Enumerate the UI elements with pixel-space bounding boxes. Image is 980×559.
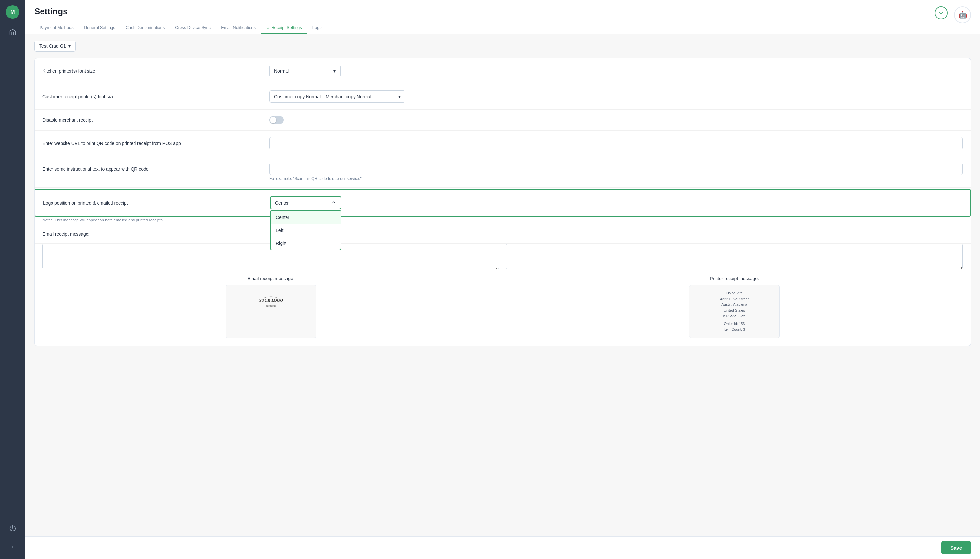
- qr-url-label: Enter website URL to print QR code on pr…: [43, 141, 263, 146]
- disable-merchant-control: [269, 116, 963, 124]
- sidebar-item-power[interactable]: [6, 521, 20, 535]
- customer-font-size-value: Customer copy Normal + Merchant copy Nor…: [274, 94, 371, 99]
- preview-labels: Email receipt message: Printer receipt m…: [35, 276, 971, 285]
- svg-text:barbecue: barbecue: [266, 304, 276, 308]
- kitchen-font-size-chevron: ▾: [333, 68, 336, 74]
- logo-position-option-left[interactable]: Left: [271, 224, 341, 237]
- printer-receipt-textarea[interactable]: [506, 243, 963, 270]
- printer-preview-box: Dolce Vita 4222 Duval Street Austin, Ala…: [689, 285, 780, 338]
- tab-logo[interactable]: Logo: [307, 22, 327, 34]
- content-area: Test Crad G1 ▾ Kitchen printer(s) font s…: [25, 34, 980, 536]
- receipt-company: Dolce Vita: [695, 291, 774, 296]
- logo-position-selected: Center: [275, 200, 289, 205]
- star-icon: ☆: [266, 25, 270, 30]
- qr-text-label: Enter some instructional text to appear …: [43, 166, 263, 172]
- printer-preview-col: Dolce Vita 4222 Duval Street Austin, Ala…: [506, 285, 963, 338]
- sidebar-item-home[interactable]: [6, 25, 20, 39]
- customer-font-size-control: Customer copy Normal + Merchant copy Nor…: [269, 91, 963, 103]
- disable-merchant-label: Disable merchant receipt: [43, 117, 263, 122]
- customer-font-size-chevron: ▾: [398, 94, 401, 99]
- qr-text-control: [269, 163, 963, 175]
- tab-cross-device-sync[interactable]: Cross Device Sync: [170, 22, 216, 34]
- sidebar-expand-button[interactable]: [6, 540, 20, 554]
- logo-position-dropdown-wrapper: Center Center Left: [270, 196, 341, 210]
- customer-font-size-row: Customer receipt printer(s) font size Cu…: [35, 84, 971, 109]
- receipt-city: Austin, Alabama: [695, 302, 774, 308]
- customer-font-size-dropdown[interactable]: Customer copy Normal + Merchant copy Nor…: [269, 91, 406, 103]
- settings-container: Kitchen printer(s) font size Normal ▾ Cu…: [35, 58, 971, 346]
- sidebar-bottom: [6, 521, 20, 554]
- customer-font-size-label: Customer receipt printer(s) font size: [43, 94, 263, 99]
- logo-position-dropdown[interactable]: Center: [270, 196, 341, 210]
- robot-icon-container: 🤖: [954, 7, 971, 23]
- kitchen-font-size-value: Normal: [274, 68, 289, 74]
- notes-text: Notes: This message will appear on both …: [35, 218, 971, 225]
- logo-position-option-right[interactable]: Right: [271, 237, 341, 250]
- qr-text-row: Enter some instructional text to appear …: [35, 156, 971, 188]
- receipt-item-count: Item Count: 3: [695, 327, 774, 333]
- store-select-container: Test Crad G1 ▾: [35, 41, 971, 51]
- printer-preview-label: Printer receipt message:: [506, 276, 963, 281]
- qr-url-input[interactable]: [269, 137, 963, 149]
- robot-icon: 🤖: [954, 7, 971, 23]
- save-bar: Save: [25, 536, 980, 559]
- receipt-address: 4222 Duval Street: [695, 296, 774, 302]
- email-preview-box: YOUR LOGO barbecue: [226, 285, 316, 338]
- store-dropdown[interactable]: Test Crad G1 ▾: [35, 41, 76, 51]
- email-preview-label: Email receipt message:: [43, 276, 499, 281]
- email-receipt-message-label: Email receipt message:: [43, 232, 263, 237]
- tab-cash-denominations[interactable]: Cash Denominations: [120, 22, 170, 34]
- receipt-phone: 512-323-2086: [695, 313, 774, 319]
- printer-textarea-col: [506, 243, 963, 271]
- kitchen-font-size-dropdown[interactable]: Normal ▾: [269, 65, 341, 77]
- qr-url-row: Enter website URL to print QR code on pr…: [35, 131, 971, 156]
- logo-position-options: Center Left Right: [270, 210, 341, 250]
- kitchen-font-size-label: Kitchen printer(s) font size: [43, 68, 263, 74]
- nav-tabs: Payment Methods General Settings Cash De…: [35, 22, 971, 34]
- store-dropdown-icon: ▾: [68, 43, 71, 49]
- kitchen-font-size-control: Normal ▾: [269, 65, 963, 77]
- tab-email-notifications[interactable]: Email Notifications: [216, 22, 261, 34]
- qr-text-input[interactable]: [269, 163, 963, 175]
- page-title: Settings: [35, 7, 971, 17]
- email-receipt-row: Email receipt message:: [35, 225, 971, 243]
- qr-text-hint: For example: "Scan this QR code to rate …: [43, 176, 362, 181]
- top-bar: Settings Payment Methods General Setting…: [25, 0, 980, 34]
- store-dropdown-label: Test Crad G1: [39, 43, 66, 49]
- disable-merchant-row: Disable merchant receipt: [35, 109, 971, 131]
- receipt-order-id: Order Id: 153: [695, 321, 774, 327]
- kitchen-font-size-row: Kitchen printer(s) font size Normal ▾: [35, 58, 971, 84]
- logo-preview-svg: YOUR LOGO barbecue: [253, 292, 289, 311]
- sidebar: M: [0, 0, 25, 559]
- avatar[interactable]: M: [6, 5, 20, 19]
- receipt-textareas: [35, 243, 971, 276]
- logo-position-control: Center Center Left: [270, 196, 962, 210]
- tab-payment-methods[interactable]: Payment Methods: [35, 22, 79, 34]
- tab-receipt-settings[interactable]: ☆ Receipt Settings: [261, 22, 307, 34]
- logo-position-chevron: [332, 200, 336, 205]
- logo-position-label: Logo position on printed & emailed recei…: [43, 200, 264, 205]
- logo-position-row: Logo position on printed & emailed recei…: [35, 190, 970, 216]
- preview-images: YOUR LOGO barbecue Dolce Vita 4222 Duval…: [35, 285, 971, 346]
- tab-general-settings[interactable]: General Settings: [79, 22, 120, 34]
- email-preview-col: YOUR LOGO barbecue: [43, 285, 499, 338]
- qr-url-control: [269, 137, 963, 149]
- save-button[interactable]: Save: [941, 541, 971, 554]
- logo-position-option-center[interactable]: Center: [271, 211, 341, 224]
- receipt-preview: Dolce Vita 4222 Duval Street Austin, Ala…: [695, 291, 774, 332]
- toggle-knob: [270, 117, 276, 123]
- main-content: Settings Payment Methods General Setting…: [25, 0, 980, 559]
- disable-merchant-toggle[interactable]: [269, 116, 284, 124]
- circle-check-icon[interactable]: [935, 7, 948, 20]
- receipt-country: United States: [695, 308, 774, 314]
- logo-position-highlighted: Logo position on printed & emailed recei…: [35, 189, 971, 217]
- svg-text:YOUR LOGO: YOUR LOGO: [259, 298, 283, 303]
